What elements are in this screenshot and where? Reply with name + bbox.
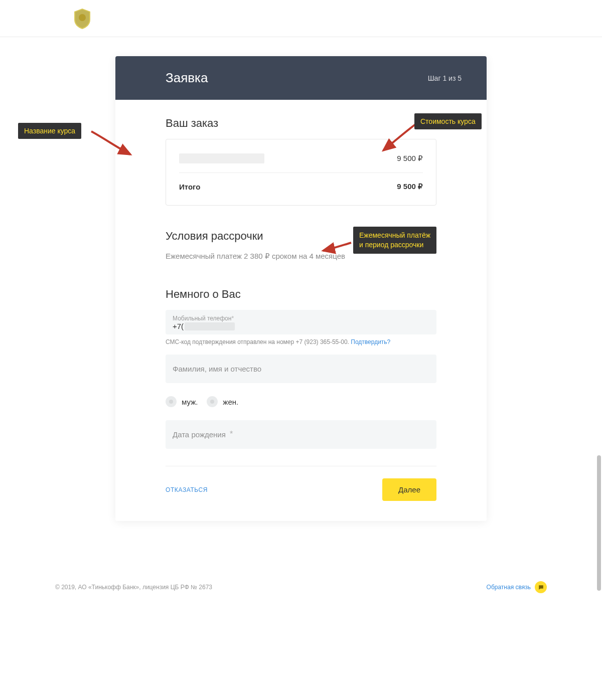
order-item-name-redacted [179, 153, 264, 163]
order-item-price: 9 500 ₽ [397, 154, 423, 163]
chat-icon [535, 581, 547, 593]
gender-female-label: жен. [223, 398, 238, 406]
card-header: Заявка Шаг 1 из 5 [115, 56, 487, 100]
copyright: © 2019, АО «Тинькофф Банк», лицензия ЦБ … [55, 584, 212, 591]
required-asterisk: * [230, 430, 233, 439]
annotation-monthly: Ежемесячный платёж и период рассрочки [353, 227, 436, 254]
fio-field[interactable] [166, 355, 436, 383]
feedback-link[interactable]: Обратная связь [487, 581, 547, 593]
gender-male-radio[interactable]: муж. [166, 396, 198, 407]
phone-prefix: +7( [173, 322, 184, 330]
order-item-row: 9 500 ₽ [179, 153, 423, 163]
radio-icon [207, 396, 218, 407]
phone-redacted [185, 322, 235, 330]
dob-field[interactable]: * [166, 420, 436, 449]
gender-female-radio[interactable]: жен. [207, 396, 238, 407]
confirm-link[interactable]: Подтвердить? [351, 338, 390, 345]
phone-field[interactable]: Мобильный телефон* +7( [166, 310, 436, 334]
svg-point-0 [79, 14, 86, 21]
phone-value: +7( [173, 322, 429, 330]
footer: © 2019, АО «Тинькофф Банк», лицензия ЦБ … [0, 581, 602, 605]
gender-row: муж. жен. [166, 396, 436, 407]
fio-input[interactable] [173, 364, 429, 374]
tinkoff-logo-icon [70, 7, 94, 31]
scrollbar-thumb[interactable] [597, 455, 601, 591]
top-bar [0, 0, 602, 37]
feedback-label: Обратная связь [487, 584, 531, 591]
next-button[interactable]: Далее [382, 478, 436, 501]
radio-icon [166, 396, 177, 407]
phone-label: Мобильный телефон [173, 315, 231, 322]
page-title: Заявка [166, 70, 208, 86]
sms-note: СМС-код подтверждения отправлен на номер… [166, 338, 436, 345]
order-total-price: 9 500 ₽ [397, 182, 423, 191]
about-section-title: Немного о Вас [166, 288, 436, 301]
scrollbar[interactable] [596, 0, 602, 605]
order-box: 9 500 ₽ Итого 9 500 ₽ [166, 139, 436, 206]
divider [166, 466, 436, 466]
dob-input[interactable] [173, 429, 429, 440]
order-section-title: Ваш заказ [166, 117, 436, 130]
step-indicator: Шаг 1 из 5 [428, 74, 462, 82]
required-asterisk: * [231, 315, 234, 322]
annotation-course-name: Название курса [18, 123, 81, 139]
decline-link[interactable]: ОТКАЗАТЬСЯ [166, 486, 208, 493]
gender-male-label: муж. [182, 398, 198, 406]
divider [179, 172, 423, 173]
order-total-row: Итого 9 500 ₽ [179, 182, 423, 191]
order-total-label: Итого [179, 183, 200, 191]
actions-row: ОТКАЗАТЬСЯ Далее [166, 478, 436, 501]
annotation-course-price: Стоимость курса [414, 113, 482, 129]
